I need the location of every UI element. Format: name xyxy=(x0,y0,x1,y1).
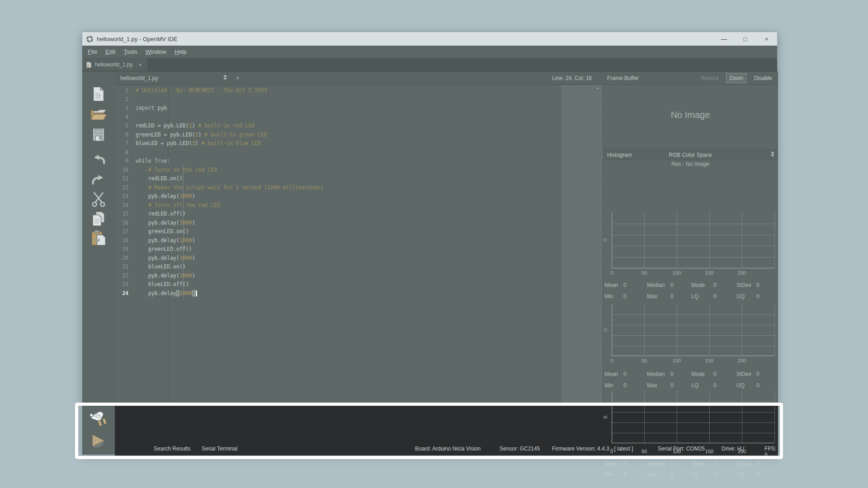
code-line-20[interactable]: 20 pyb.delay(1000) xyxy=(115,254,603,263)
stat-label-stdev: StDev xyxy=(736,461,751,467)
code-line-9[interactable]: 9while True: xyxy=(115,157,603,166)
undo-icon[interactable] xyxy=(90,151,108,169)
code-line-21[interactable]: 21 blueLED.on() xyxy=(115,263,603,272)
title-bar[interactable]: helloworld_1.py - OpenMV IDE — □ × xyxy=(82,32,777,46)
code-editor[interactable]: 1# Untitled - By: MCMCHRIS - Thu Oct 5 2… xyxy=(115,85,603,406)
code-line-6[interactable]: 6greenLED = pyb.LED(2) # built-in green … xyxy=(115,131,603,140)
code-line-22[interactable]: 22 pyb.delay(1000) xyxy=(115,272,603,281)
code-text: pyb.delay(1000) xyxy=(133,272,195,279)
tab-serial-terminal[interactable]: Serial Terminal xyxy=(202,446,237,452)
line-number: 20 xyxy=(115,254,133,263)
code-line-15[interactable]: 15 redLED.off() xyxy=(115,210,603,219)
code-line-7[interactable]: 7blueLED = pyb.LED(3) # built-in blue LE… xyxy=(115,139,603,148)
stat-label-lq: LQ xyxy=(691,382,698,389)
line-number: 6 xyxy=(115,131,133,140)
line-number: 12 xyxy=(115,183,133,192)
file-tab[interactable]: helloworld_1.py × xyxy=(82,58,147,71)
line-number: 3 xyxy=(115,104,133,113)
redo-icon[interactable] xyxy=(90,171,108,189)
save-icon[interactable] xyxy=(90,126,108,144)
stat-label-min: Min xyxy=(604,382,613,389)
minimize-button[interactable]: — xyxy=(713,32,735,46)
close-button[interactable]: × xyxy=(756,32,777,46)
resolution-status: Res - No Image xyxy=(603,161,778,167)
document-selector-arrows-icon[interactable] xyxy=(223,75,227,80)
drive-status: Drive: H:/ xyxy=(722,446,744,452)
code-line-17[interactable]: 17 greenLED.on() xyxy=(115,227,603,236)
menu-window[interactable]: Window xyxy=(142,47,170,57)
x-tick-label: 200 xyxy=(738,270,746,276)
color-space-arrows-icon[interactable] xyxy=(771,151,774,157)
stat-value-min: 0 xyxy=(623,382,627,389)
document-close-icon[interactable]: × xyxy=(236,75,240,81)
code-line-8[interactable]: 8 xyxy=(115,148,603,157)
python-file-icon xyxy=(86,61,92,68)
code-text: # Turns off the red LED xyxy=(133,202,220,208)
code-line-18[interactable]: 18 pyb.delay(1000) xyxy=(115,236,603,245)
code-line-5[interactable]: 5redLED = pyb.LED(1) # built-in red LED xyxy=(115,122,603,131)
histogram-header: Histogram RGB Color Space xyxy=(603,150,778,160)
stat-value-min: 0 xyxy=(623,293,627,300)
menu-file[interactable]: File xyxy=(84,47,101,57)
document-selector[interactable]: helloworld_1.py xyxy=(120,75,158,81)
menu-tools[interactable]: Tools xyxy=(119,47,141,57)
code-line-4[interactable]: 4 xyxy=(115,113,603,122)
cut-icon[interactable] xyxy=(90,191,108,209)
channel-label-r: R xyxy=(603,238,608,242)
menu-edit[interactable]: Edit xyxy=(101,47,119,57)
histogram-plot-g xyxy=(612,304,774,356)
connect-plug-icon[interactable] xyxy=(88,409,109,429)
code-text: pyb.delay(1000) xyxy=(133,255,195,261)
menu-bar: FileEditToolsWindowHelp xyxy=(82,46,777,58)
code-line-23[interactable]: 23 blueLED.off() xyxy=(115,280,603,289)
copy-icon[interactable] xyxy=(90,210,108,228)
line-number: 23 xyxy=(115,280,133,289)
code-line-13[interactable]: 13 pyb.delay(1000) xyxy=(115,192,603,201)
line-number: 15 xyxy=(115,210,133,219)
maximize-button[interactable]: □ xyxy=(735,32,756,46)
disable-button[interactable]: Disable xyxy=(751,73,775,83)
color-space-dropdown[interactable]: RGB Color Space xyxy=(603,152,778,158)
paste-icon[interactable] xyxy=(90,229,108,247)
record-button[interactable]: Record xyxy=(698,73,722,83)
code-line-14[interactable]: 14 # Turns off the red LED xyxy=(115,201,603,210)
run-script-play-icon[interactable] xyxy=(88,431,109,450)
firmware-version-status: Firmware Version: 4.4.3 - [ latest ] xyxy=(552,446,633,452)
open-folder-icon[interactable] xyxy=(90,106,108,124)
stat-value-max: 0 xyxy=(670,293,674,300)
stat-label-lq: LQ xyxy=(691,293,698,300)
code-line-19[interactable]: 19 greenLED.off() xyxy=(115,245,603,254)
stat-label-min: Min xyxy=(604,471,613,478)
code-line-24[interactable]: 24 pyb.delay(1000) xyxy=(115,289,603,298)
stat-label-mean: Mean xyxy=(604,461,618,467)
file-tab-bar: helloworld_1.py × xyxy=(82,58,777,71)
stat-label-uq: UQ xyxy=(736,382,745,389)
tab-search-results[interactable]: Search Results xyxy=(154,446,190,452)
editor-scrollbar[interactable]: ⌃ xyxy=(561,85,603,406)
stat-value-median: 0 xyxy=(670,282,674,288)
left-toolbar xyxy=(82,71,115,455)
serial-port-status: Serial Port: COM25 xyxy=(658,446,705,452)
line-number: 9 xyxy=(115,157,133,166)
menu-help[interactable]: Help xyxy=(170,47,191,57)
zoom-button[interactable]: Zoom xyxy=(726,73,746,83)
code-line-12[interactable]: 12 # Makes the script wait for 1 second … xyxy=(115,183,603,192)
stat-label-uq: UQ xyxy=(736,293,745,300)
code-line-11[interactable]: 11 redLED.on() xyxy=(115,174,603,183)
scrollbar-up-arrow-icon[interactable]: ⌃ xyxy=(594,87,601,92)
stat-value-mean: 0 xyxy=(623,282,627,288)
new-file-icon[interactable] xyxy=(90,85,108,103)
stat-value-mean: 0 xyxy=(623,371,627,377)
x-tick-label: 0 xyxy=(610,358,613,363)
file-tab-close-icon[interactable]: × xyxy=(138,61,142,68)
code-line-2[interactable]: 2 xyxy=(115,95,603,104)
code-line-10[interactable]: 10 # Turns on the red LED xyxy=(115,166,603,175)
code-line-16[interactable]: 16 pyb.delay(1000) xyxy=(115,219,603,228)
channel-label-g: G xyxy=(603,328,608,332)
stat-value-mode: 0 xyxy=(713,371,717,377)
code-line-1[interactable]: 1# Untitled - By: MCMCHRIS - Thu Oct 5 2… xyxy=(115,86,603,95)
line-number: 4 xyxy=(115,113,133,122)
stat-label-max: Max xyxy=(647,293,657,300)
frame-buffer-header: Frame Buffer RecordZoomDisable xyxy=(603,71,778,85)
code-line-3[interactable]: 3import pyb xyxy=(115,104,603,113)
